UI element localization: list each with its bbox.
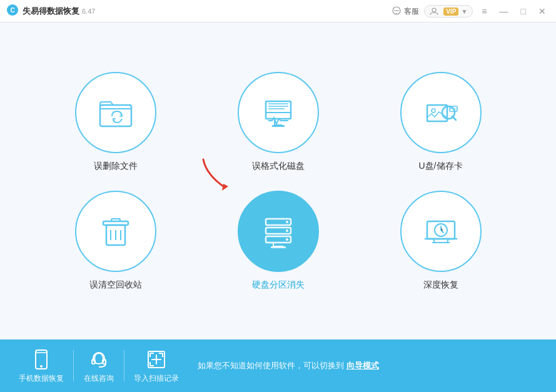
usb-card-icon [422, 94, 460, 131]
app-logo-icon: C [6, 4, 19, 19]
vip-badge: VIP [443, 8, 458, 16]
feature-delete-file-label: 误删除文件 [94, 161, 138, 172]
feature-format-disk-circle[interactable] [238, 72, 319, 153]
feature-usb-card-label: U盘/储存卡 [419, 161, 463, 172]
feature-delete-file[interactable]: 误删除文件 [53, 72, 178, 172]
svg-point-23 [286, 229, 288, 232]
feature-partition-lost-circle[interactable] [238, 191, 319, 272]
app-title: 失易得数据恢复 [23, 6, 79, 17]
app-version: 6.47 [82, 8, 95, 15]
feature-usb-card-circle[interactable] [400, 72, 482, 153]
dropdown-arrow-icon: ▼ [461, 8, 467, 15]
svg-point-29 [40, 365, 43, 368]
online-consult-label: 在线咨询 [84, 373, 114, 384]
svg-marker-18 [222, 184, 228, 191]
import-scan-label: 导入扫描记录 [134, 373, 179, 384]
chat-icon [392, 6, 402, 16]
svg-rect-10 [272, 125, 285, 127]
bottom-tip: 如果您不知道如何使用软件，可以切换到 向导模式 [185, 359, 543, 373]
svg-rect-25 [271, 246, 286, 248]
feature-grid: 误删除文件 误格式化磁盘 [53, 72, 503, 291]
title-bar: C 失易得数据恢复 6.47 客服 VIP ▼ ≡ [0, 0, 556, 23]
svg-point-22 [286, 221, 288, 223]
bottom-divider [73, 350, 74, 381]
feature-recycle-bin[interactable]: 误清空回收站 [53, 191, 178, 291]
bottom-bar: 手机数据恢复 在线咨询 导入扫描记录 如果您不知道如何使用软件， [0, 339, 556, 392]
mobile-recovery-button[interactable]: 手机数据恢复 [13, 343, 70, 389]
feature-deep-recovery-circle[interactable] [400, 191, 482, 272]
close-button[interactable]: ✕ [535, 5, 550, 18]
tip-text: 如果您不知道如何使用软件，可以切换到 [198, 361, 344, 370]
import-scan-button[interactable]: 导入扫描记录 [128, 343, 185, 389]
svg-rect-17 [111, 219, 120, 221]
svg-rect-9 [266, 113, 291, 119]
feature-delete-file-circle[interactable] [75, 72, 156, 153]
svg-point-13 [432, 109, 435, 113]
import-icon [145, 348, 168, 371]
svg-point-6 [432, 8, 436, 12]
feature-usb-card[interactable]: U盘/储存卡 [378, 72, 503, 172]
feature-recycle-bin-label: 误清空回收站 [89, 279, 142, 291]
title-bar-controls: 客服 VIP ▼ ≡ — □ ✕ [392, 0, 550, 23]
svg-point-4 [396, 10, 397, 11]
laptop-clock-icon [422, 213, 460, 250]
feature-partition-lost[interactable]: 硬盘分区消失 [216, 191, 341, 291]
phone-icon [30, 348, 53, 371]
user-area[interactable]: VIP ▼ [424, 5, 473, 18]
maximize-button[interactable]: □ [517, 5, 530, 18]
svg-point-24 [286, 238, 288, 241]
disk-format-icon [260, 94, 297, 131]
customer-service-button[interactable]: 客服 [392, 6, 419, 17]
trash-icon [97, 213, 134, 250]
feature-format-disk[interactable]: 误格式化磁盘 [216, 72, 341, 172]
mobile-recovery-label: 手机数据恢复 [19, 373, 64, 384]
bottom-divider2 [124, 350, 124, 381]
guide-mode-link[interactable]: 向导模式 [346, 361, 379, 370]
svg-text:C: C [10, 7, 14, 14]
feature-partition-lost-label: 硬盘分区消失 [252, 279, 305, 291]
feature-recycle-bin-circle[interactable] [75, 191, 156, 272]
headset-icon [88, 348, 110, 371]
folder-recycle-icon [97, 94, 134, 131]
svg-point-3 [395, 10, 396, 11]
svg-point-5 [398, 10, 399, 11]
server-icon [260, 213, 297, 250]
minimize-button[interactable]: — [496, 5, 512, 18]
user-icon [430, 7, 438, 16]
feature-deep-recovery-label: 深度恢复 [423, 279, 458, 291]
online-consult-button[interactable]: 在线咨询 [77, 343, 121, 389]
feature-deep-recovery[interactable]: 深度恢复 [378, 191, 503, 291]
main-content: 误删除文件 误格式化磁盘 [0, 23, 556, 339]
feature-format-disk-label: 误格式化磁盘 [252, 161, 305, 172]
customer-service-label: 客服 [404, 6, 419, 17]
menu-button[interactable]: ≡ [478, 5, 490, 18]
